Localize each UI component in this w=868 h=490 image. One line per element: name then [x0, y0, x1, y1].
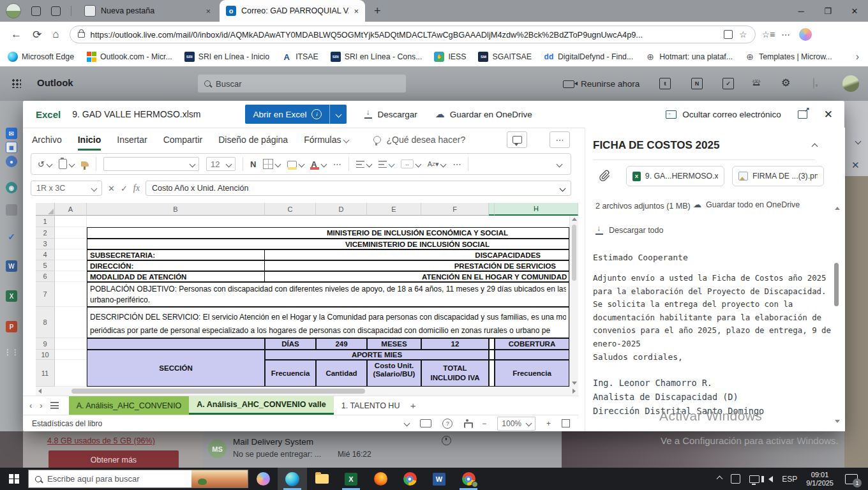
scroll-thumb[interactable]: [71, 389, 365, 394]
teams-icon[interactable]: ŧ: [659, 78, 671, 89]
keyboard-icon[interactable]: [420, 419, 431, 427]
bookmark-item[interactable]: SRISRI en Línea - Cons...: [331, 52, 423, 62]
scroll-right-icon[interactable]: [572, 389, 576, 394]
close-icon[interactable]: ✕: [851, 160, 860, 171]
bookmark-item[interactable]: SRISRI en Línea - Inicio: [184, 52, 269, 62]
account-avatar[interactable]: [842, 75, 859, 92]
settings-gear-icon[interactable]: ⚙: [781, 77, 790, 89]
col-header[interactable]: D: [316, 203, 367, 216]
bookmarks-overflow-icon[interactable]: ›: [856, 51, 859, 63]
word-icon[interactable]: W: [6, 260, 17, 272]
cell-descripcion-servicio[interactable]: DESCRIPCIÓN DEL SERVICIO: El servicio At…: [87, 307, 569, 338]
cell-cantidad[interactable]: Cantidad: [316, 360, 367, 387]
download-button[interactable]: Descargar: [364, 110, 417, 119]
sheet-next-icon[interactable]: ›: [40, 401, 42, 410]
row-header[interactable]: 5: [36, 260, 55, 271]
cell-seccion[interactable]: SECCIÓN: [87, 350, 265, 387]
select-all-corner[interactable]: [36, 203, 55, 216]
close-tab-icon[interactable]: ×: [206, 6, 211, 16]
confirm-entry-icon[interactable]: ✓: [121, 184, 128, 193]
scroll-up-icon[interactable]: [572, 218, 577, 221]
volume-icon[interactable]: [768, 476, 773, 482]
back-icon[interactable]: ←: [11, 28, 22, 41]
bookmark-item[interactable]: ⊕Templates | Microw...: [745, 52, 832, 62]
minimize-button[interactable]: ─: [788, 0, 814, 22]
save-all-onedrive-button[interactable]: ☁ Guardar todo en OneDrive: [693, 200, 800, 209]
powerpoint-icon[interactable]: P: [6, 321, 17, 332]
browser-profile-avatar[interactable]: [6, 3, 21, 19]
taskbar-copilot-icon[interactable]: [248, 468, 278, 490]
copilot-icon[interactable]: [799, 28, 812, 41]
attachment-chip-xlsm[interactable]: X 9. GA...HERMOSO.xlsm: [626, 166, 724, 186]
col-header[interactable]: C: [265, 203, 316, 216]
col-header[interactable]: F: [421, 203, 489, 216]
excel-icon[interactable]: X: [6, 290, 17, 302]
mail-icon[interactable]: ✉: [6, 128, 17, 139]
todo-check-icon[interactable]: ✓: [6, 231, 17, 242]
paste-button[interactable]: [59, 159, 74, 169]
merge-cells-button[interactable]: ↔: [401, 160, 421, 168]
scroll-thumb[interactable]: [572, 225, 576, 281]
cell-subsecretaria-value[interactable]: DISCAPACIDADES: [264, 249, 569, 260]
favorite-star-icon[interactable]: ☆: [739, 29, 747, 40]
browser-tab-inactive[interactable]: Nueva pestaña ×: [78, 0, 217, 22]
scroll-down-icon[interactable]: [835, 420, 840, 423]
taskbar-firefox-icon[interactable]: [366, 468, 395, 490]
sheet-prev-icon[interactable]: ‹: [29, 401, 32, 410]
row-header[interactable]: 8: [36, 307, 55, 338]
sheet-tab[interactable]: 1. TALENTO HU: [334, 396, 405, 415]
add-sheet-icon[interactable]: +: [410, 400, 416, 411]
status-chevron-icon[interactable]: [404, 420, 410, 427]
comments-button[interactable]: [507, 131, 527, 148]
borders-button[interactable]: [263, 159, 280, 169]
scroll-up-icon[interactable]: [835, 207, 840, 210]
font-name-select[interactable]: [103, 157, 199, 171]
collapse-chevron-icon[interactable]: [812, 144, 818, 150]
help-icon[interactable]: ?: [442, 419, 453, 429]
cell-aporte-mies[interactable]: APORTE MIES: [265, 350, 489, 360]
cell-cobertura[interactable]: COBERTURA: [495, 338, 569, 350]
cell-ministerio[interactable]: MINISTERIO DE INCLUSIÓN ECONÓMICA Y SOCI…: [87, 227, 569, 239]
cell-total-iva[interactable]: TOTAL INCLUIDO IVA: [421, 360, 489, 387]
cell-dias-value[interactable]: 249: [316, 338, 367, 350]
onenote-icon[interactable]: N: [691, 78, 703, 89]
cell-empty[interactable]: [87, 338, 265, 350]
tab-insertar[interactable]: Insertar: [117, 128, 147, 152]
cell-subsecretaria-label[interactable]: SUBSECRETARIA:: [87, 249, 265, 260]
refresh-icon[interactable]: ⟳: [33, 28, 41, 41]
open-in-excel-button[interactable]: Abrir en Exceli: [245, 105, 347, 124]
save-to-onedrive-button[interactable]: ☁ Guardar en OneDrive: [435, 108, 532, 120]
cell-gap[interactable]: [489, 360, 495, 387]
col-header[interactable]: A: [55, 203, 87, 216]
formula-input[interactable]: Costo Año x Unid. Atención: [146, 181, 571, 196]
ribbon-more-button[interactable]: ⋯: [550, 131, 570, 148]
taskbar-chrome-profile-icon[interactable]: [454, 468, 483, 490]
taskbar-clock[interactable]: 09:01 9/1/2025: [806, 471, 834, 487]
open-button-dropdown[interactable]: [329, 105, 347, 124]
meet-now-button[interactable]: Reunirse ahora: [563, 79, 640, 89]
bookmark-item[interactable]: SMSGAITSAE: [478, 52, 532, 62]
zoom-out-icon[interactable]: −: [482, 419, 486, 428]
row-header[interactable]: 6: [36, 271, 55, 282]
col-header-g[interactable]: [489, 203, 495, 216]
tab-inicio[interactable]: Inicio: [78, 128, 101, 152]
wrap-text-button[interactable]: [378, 161, 394, 168]
cell-frecuencia[interactable]: Frecuencia: [265, 360, 316, 387]
taskbar-search-input[interactable]: Escribe aquí para buscar: [28, 470, 248, 488]
cell-modalidad-label[interactable]: MODALIDAD DE ATENCIÓN: [87, 271, 265, 282]
bookmark-item[interactable]: Outlook.com - Micr...: [86, 52, 172, 62]
browser-tab-active[interactable]: o Correo: GAD PARROQUIAL VALLE ×: [220, 0, 365, 22]
alignment-button[interactable]: [356, 161, 371, 168]
search-highlight-image[interactable]: [191, 470, 248, 487]
outlook-search-input[interactable]: Buscar: [198, 75, 406, 93]
sheet-tab[interactable]: A. Análisis_AHC_CONVENIO: [69, 396, 190, 415]
attachment-chip-png[interactable]: FIRMA DE ...(3).png: [732, 166, 824, 186]
sheet-list-icon[interactable]: [50, 402, 59, 409]
language-indicator[interactable]: ESP: [782, 475, 797, 484]
cancel-entry-icon[interactable]: ✕: [108, 184, 115, 193]
cell-direccion-label[interactable]: DIRECCIÓN:: [87, 260, 265, 271]
document-icon[interactable]: [6, 204, 17, 216]
notifications-icon[interactable]: 1: [845, 474, 858, 484]
col-header-selected[interactable]: H: [495, 203, 578, 216]
scroll-left-icon[interactable]: [38, 389, 41, 394]
